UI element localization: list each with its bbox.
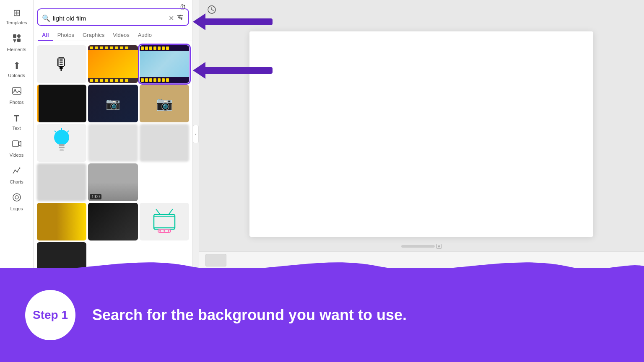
svg-point-17 bbox=[178, 16, 180, 18]
history-icon[interactable]: ⏱ bbox=[179, 3, 187, 12]
sidebar-label-photos: Photos bbox=[9, 100, 23, 105]
result-item-tripod[interactable]: 🎙 bbox=[37, 45, 86, 83]
svg-point-34 bbox=[168, 230, 169, 232]
result-item-black[interactable] bbox=[37, 85, 86, 122]
sidebar-label-text: Text bbox=[12, 126, 21, 131]
result-item-blurred-1[interactable] bbox=[88, 124, 138, 162]
canvas-document bbox=[249, 31, 593, 237]
tab-photos[interactable]: Photos bbox=[53, 29, 78, 41]
svg-rect-22 bbox=[60, 149, 64, 151]
svg-line-24 bbox=[67, 131, 69, 132]
sidebar-item-text[interactable]: T Text bbox=[0, 109, 33, 135]
svg-rect-0 bbox=[13, 34, 16, 38]
tab-audio[interactable]: Audio bbox=[134, 29, 156, 41]
svg-rect-4 bbox=[13, 88, 21, 94]
sidebar-item-charts[interactable]: Charts bbox=[0, 162, 33, 189]
result-item-film-orange[interactable] bbox=[88, 45, 138, 83]
result-item-empty bbox=[140, 163, 189, 201]
sidebar-item-photos[interactable]: Photos bbox=[0, 82, 33, 109]
photos-icon bbox=[12, 86, 21, 98]
result-item-blurred-3[interactable] bbox=[37, 163, 86, 201]
svg-rect-21 bbox=[59, 147, 65, 148]
templates-icon: ⊞ bbox=[13, 8, 21, 18]
video-duration-badge: 1:00 bbox=[90, 194, 101, 199]
bottom-section: Step 1 Search for the background you wan… bbox=[0, 268, 644, 362]
charts-icon bbox=[12, 166, 21, 178]
svg-line-37 bbox=[212, 10, 213, 10]
svg-point-8 bbox=[14, 170, 16, 171]
videos-icon bbox=[12, 139, 21, 151]
text-icon: T bbox=[14, 113, 19, 124]
result-item-camera-retro[interactable]: 📷 bbox=[140, 85, 189, 122]
svg-point-11 bbox=[13, 194, 21, 201]
search-magnifier-icon: 🔍 bbox=[42, 14, 50, 22]
search-tabs: All Photos Graphics Videos Audio bbox=[34, 29, 192, 41]
sidebar-label-templates: Templates bbox=[6, 20, 27, 25]
svg-point-32 bbox=[159, 230, 161, 232]
svg-point-9 bbox=[16, 171, 18, 173]
result-item-crowd[interactable] bbox=[88, 203, 138, 240]
result-item-bulb[interactable] bbox=[37, 124, 86, 162]
step-label: Step 1 bbox=[33, 308, 68, 322]
sidebar-item-videos[interactable]: Videos bbox=[0, 135, 33, 162]
sidebar-item-logos[interactable]: Logos bbox=[0, 189, 33, 215]
result-item-blurred-2[interactable] bbox=[140, 124, 189, 162]
svg-point-10 bbox=[19, 168, 20, 169]
svg-line-30 bbox=[169, 209, 173, 215]
svg-point-18 bbox=[181, 18, 182, 20]
svg-point-1 bbox=[17, 34, 21, 38]
wave-decoration bbox=[0, 253, 644, 279]
svg-point-16 bbox=[179, 15, 181, 16]
logos-icon bbox=[12, 193, 21, 204]
svg-point-12 bbox=[15, 196, 18, 199]
sidebar-item-templates[interactable]: ⊞ Templates bbox=[0, 3, 33, 29]
tab-graphics[interactable]: Graphics bbox=[78, 29, 109, 41]
tab-videos[interactable]: Videos bbox=[109, 29, 134, 41]
sidebar-label-elements: Elements bbox=[7, 47, 26, 52]
search-input[interactable] bbox=[53, 15, 166, 22]
result-item-camera-dark[interactable]: 📷 bbox=[88, 85, 138, 122]
svg-line-25 bbox=[55, 131, 56, 132]
svg-rect-6 bbox=[13, 141, 18, 147]
svg-rect-20 bbox=[59, 144, 65, 146]
collapse-panel-handle[interactable]: ‹ bbox=[193, 125, 199, 143]
sidebar-item-uploads[interactable]: ⬆ Uploads bbox=[0, 56, 33, 82]
result-item-beach[interactable] bbox=[37, 203, 86, 240]
svg-line-29 bbox=[156, 209, 160, 215]
filter-icon[interactable] bbox=[177, 13, 184, 23]
svg-marker-2 bbox=[13, 39, 16, 43]
canvas-area bbox=[199, 0, 644, 268]
sidebar-label-uploads: Uploads bbox=[8, 73, 25, 78]
svg-marker-7 bbox=[18, 141, 21, 146]
result-item-film-blue[interactable] bbox=[140, 45, 189, 83]
step-circle: Step 1 bbox=[25, 290, 75, 340]
result-item-video-landscape[interactable]: 1:00 bbox=[88, 163, 138, 201]
tab-all[interactable]: All bbox=[38, 29, 53, 41]
sidebar-label-logos: Logos bbox=[10, 206, 23, 211]
sidebar: ⊞ Templates Elements ⬆ Uploads bbox=[0, 0, 34, 268]
clear-search-icon[interactable]: ✕ bbox=[169, 14, 174, 22]
svg-rect-3 bbox=[17, 39, 21, 42]
result-item-tv[interactable] bbox=[140, 203, 189, 240]
results-grid: 🎙 bbox=[34, 44, 192, 268]
search-panel: ⏱ 🔍 ✕ All Photos Graphics bbox=[34, 0, 193, 268]
step-description: Search for the background you want to us… bbox=[92, 306, 407, 324]
elements-icon bbox=[12, 34, 21, 45]
sidebar-label-videos: Videos bbox=[10, 153, 23, 158]
canvas-scrollbar[interactable] bbox=[401, 245, 435, 248]
uploads-icon: ⬆ bbox=[13, 60, 21, 71]
canvas-timer-icon[interactable] bbox=[207, 5, 216, 14]
search-bar: 🔍 ✕ bbox=[37, 8, 189, 26]
canvas-scroll-down[interactable] bbox=[436, 244, 441, 249]
sidebar-label-charts: Charts bbox=[10, 179, 23, 184]
svg-point-33 bbox=[164, 230, 165, 232]
sidebar-item-elements[interactable]: Elements bbox=[0, 29, 33, 56]
